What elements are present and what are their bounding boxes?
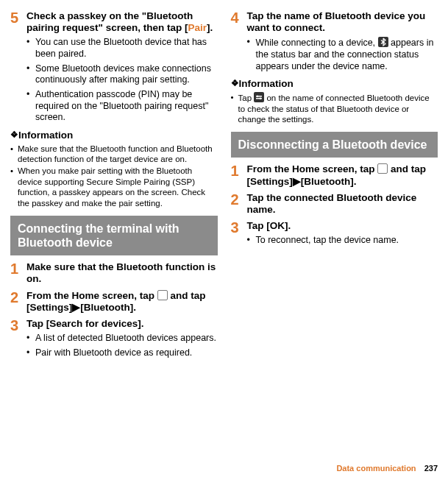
step-body: Tap the name of Bluetooth device you wan… [247,10,438,72]
step-body: Tap [Search for devices]. A list of dete… [26,318,218,358]
apps-grid-icon [377,163,388,174]
section-heading: Disconnecting a Bluetooth device [231,132,438,158]
step-title: Tap [Search for devices]. [26,318,218,330]
step-body: Make sure that the Bluetooth function is… [26,261,218,285]
step-sub: Authentication passcode (PIN) may be req… [26,89,218,124]
step-number: 5 [10,10,26,124]
step-body: Tap the connected Bluetooth device name. [247,192,438,216]
page-footer: Data communication 237 [336,464,438,473]
step-body: Tap [OK]. To reconnect, tap the device n… [247,220,438,247]
step-title-accent: Pair [188,22,207,33]
arrow-icon: ▶ [293,176,301,187]
step-sub: While connecting to a device, appears in… [247,37,438,72]
manual-page: 5 Check a passkey on the "Bluetooth pair… [0,0,448,477]
step-title: Make sure that the Bluetooth function is… [26,261,218,285]
diamond-icon: ❖ [231,78,239,88]
step-title: Tap the connected Bluetooth device name. [247,192,438,216]
footer-page-number: 237 [424,464,438,473]
title-text-b: [Bluetooth]. [301,176,357,187]
step-number: 3 [10,318,26,358]
information-header: ❖Information [10,130,218,142]
step-number: 2 [231,192,247,216]
step-1b: 1 From the Home screen, tap and tap [Set… [231,163,438,187]
step-body: From the Home screen, tap and tap [Setti… [247,163,438,187]
section-heading: Connecting the terminal with Bluetooth d… [10,216,218,255]
svg-point-3 [260,98,261,99]
svg-point-2 [257,96,258,97]
step-title: From the Home screen, tap and tap [Setti… [247,163,438,187]
step-title-post: ]. [207,22,213,33]
info-post: on the name of connected Bluetooth devic… [238,93,430,124]
step-title: Tap the name of Bluetooth device you wan… [247,10,438,34]
step-title: Tap [OK]. [247,220,438,232]
step-number: 1 [231,163,247,187]
step-3b: 3 Tap [OK]. To reconnect, tap the device… [231,220,438,247]
info-pre: Tap [238,93,255,102]
information-item: Tap on the name of connected Bluetooth d… [231,92,438,124]
step-sub: A list of detected Bluetooth devices app… [26,333,218,344]
step-number: 3 [231,220,247,247]
step-title: Check a passkey on the "Bluetooth pairin… [26,10,218,34]
apps-grid-icon [157,290,168,300]
settings-square-icon [254,92,264,102]
step-2b: 2 Tap the connected Bluetooth device nam… [231,192,438,216]
title-text-pre: From the Home screen, tap [26,290,157,301]
arrow-icon: ▶ [72,302,80,313]
step-number: 1 [10,261,26,285]
information-label: Information [239,78,294,89]
step-sub: Some Bluetooth devices make connections … [26,63,218,86]
information-item: When you make pair setting with the Blue… [10,166,218,208]
step-2: 2 From the Home screen, tap and tap [Set… [10,290,218,314]
information-item: Make sure that the Bluetooth function an… [10,144,218,165]
footer-section: Data communication [336,464,416,473]
left-column: 5 Check a passkey on the "Bluetooth pair… [10,7,218,363]
step-sub: You can use the Bluetooth device that ha… [26,37,218,60]
sub-pre: While connecting to a device, [256,38,378,48]
diamond-icon: ❖ [10,130,18,140]
title-text-b: [Bluetooth]. [80,302,136,313]
step-sub: To reconnect, tap the device name. [247,235,438,247]
step-body: Check a passkey on the "Bluetooth pairin… [26,10,218,124]
step-4: 4 Tap the name of Bluetooth device you w… [231,10,438,72]
step-body: From the Home screen, tap and tap [Setti… [26,290,218,314]
information-header: ❖Information [231,78,438,91]
step-sub: Pair with Bluetooth device as required. [26,347,218,359]
step-3: 3 Tap [Search for devices]. A list of de… [10,318,218,358]
bluetooth-icon [378,37,388,47]
step-number: 4 [231,10,247,72]
step-5: 5 Check a passkey on the "Bluetooth pair… [10,10,218,124]
information-label: Information [18,130,73,141]
title-text-pre: From the Home screen, tap [247,163,378,174]
step-1: 1 Make sure that the Bluetooth function … [10,261,218,285]
step-title-pre: Check a passkey on the "Bluetooth pairin… [26,10,193,33]
right-column: 4 Tap the name of Bluetooth device you w… [231,7,438,363]
step-title: From the Home screen, tap and tap [Setti… [26,290,218,314]
step-number: 2 [10,290,26,314]
two-columns: 5 Check a passkey on the "Bluetooth pair… [10,7,438,363]
